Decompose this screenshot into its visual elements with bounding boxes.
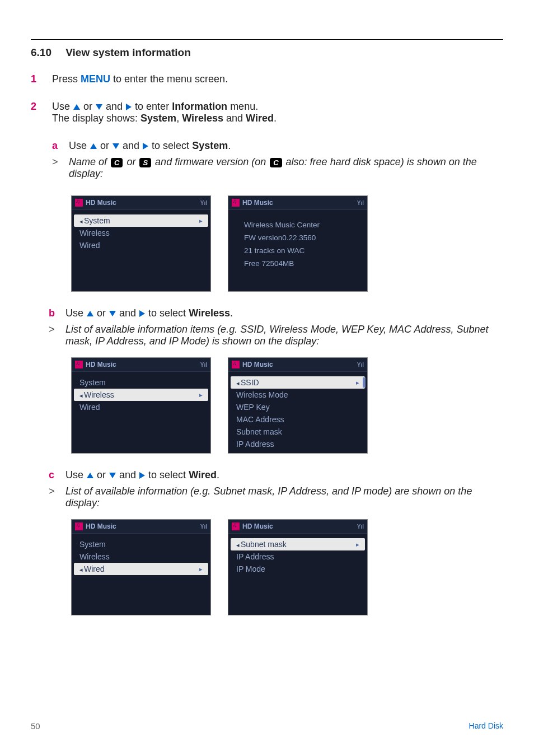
t: Name of	[69, 156, 110, 167]
menu-item-subnet-mask[interactable]: ◂Subnet mask▸	[231, 538, 365, 550]
hd-music-label: HD Music	[86, 199, 116, 207]
t: and	[103, 101, 125, 112]
wireless-keyword: Wireless	[182, 113, 223, 124]
menu-item-ip-mode[interactable]: IP Mode	[228, 563, 367, 575]
info-line: FW version0.22.3560	[244, 232, 357, 245]
t: The display shows:	[52, 113, 140, 124]
menu-item-label: MAC Address	[236, 415, 284, 424]
screen-body: Wireless Music Center FW version0.22.356…	[228, 210, 367, 291]
menu-item-ssid[interactable]: ◂SSID▸	[231, 376, 365, 389]
screen-a-right: HD Music Yıl Wireless Music Center FW ve…	[228, 195, 368, 292]
step-2-line1: Use or and to enter Information menu.	[52, 101, 503, 113]
sub-b-result-body: List of available information items (e.g…	[65, 324, 503, 347]
sub-a-letter: a	[52, 140, 69, 152]
t: .	[228, 140, 231, 151]
t: to select	[146, 469, 189, 480]
menu-item-system[interactable]: System	[72, 538, 210, 550]
system-info-text: Wireless Music Center FW version0.22.356…	[228, 214, 367, 275]
hd-music-label: HD Music	[242, 199, 273, 207]
s-badge-icon: S	[139, 158, 151, 167]
music-note-icon	[75, 361, 83, 368]
menu-item-label: System	[84, 216, 110, 225]
substep-a: a Use or and to select System.	[52, 140, 503, 152]
t: menu.	[227, 101, 258, 112]
screen-header: HD Music Yıl	[228, 358, 367, 372]
c-badge-icon: C	[111, 158, 123, 167]
step-1-number: 1	[31, 73, 52, 85]
signal-icon: Yıl	[357, 200, 364, 206]
system-target: System	[192, 140, 228, 151]
signal-icon: Yıl	[200, 362, 207, 368]
down-arrow-icon	[109, 311, 116, 316]
t: and	[120, 140, 142, 151]
menu-item-ip-address[interactable]: IP Address	[228, 438, 367, 450]
menu-item-system[interactable]: System	[72, 376, 210, 389]
section-title-text: View system information	[65, 46, 191, 58]
t: .	[274, 113, 277, 124]
top-rule	[31, 39, 503, 40]
screen-b-right: HD Music Yıl ◂SSID▸ Wireless Mode WEP Ke…	[228, 357, 368, 454]
step-2: 2 Use or and to enter Information menu. …	[31, 101, 503, 180]
screen-body: System Wireless ◂Wired▸	[72, 534, 210, 615]
step-1: 1 Press MENU to enter the menu screen.	[31, 73, 503, 85]
t: and	[116, 307, 139, 319]
page-number: 50	[31, 721, 40, 731]
wireless-target: Wireless	[189, 307, 230, 319]
info-line: Free 72504MB	[244, 258, 357, 270]
screen-body: ◂Subnet mask▸ IP Address IP Mode	[228, 534, 367, 615]
menu-item-wep-key[interactable]: WEP Key	[228, 401, 367, 413]
menu-item-label: Wired	[79, 241, 100, 250]
t: or	[97, 140, 112, 151]
hd-music-label: HD Music	[86, 522, 116, 530]
substep-c: c Use or and to select Wired.	[49, 469, 503, 481]
t: to select	[146, 307, 189, 319]
music-note-icon	[75, 199, 83, 207]
right-arrow-icon	[139, 310, 145, 317]
menu-item-wireless[interactable]: ◂Wireless▸	[74, 389, 208, 401]
up-arrow-icon	[73, 104, 80, 110]
up-arrow-icon	[87, 311, 93, 316]
signal-icon: Yıl	[357, 362, 364, 368]
sub-a-body: Use or and to select System.	[69, 140, 503, 152]
menu-item-wireless[interactable]: Wireless	[72, 227, 210, 239]
substep-b: b Use or and to select Wireless.	[49, 307, 503, 319]
screen-b-left: HD Music Yıl System ◂Wireless▸ Wired	[71, 357, 211, 454]
menu-item-wireless-mode[interactable]: Wireless Mode	[228, 389, 367, 401]
right-arrow-icon	[139, 472, 145, 479]
substep-a-result: > Name of C or S and firmware version (o…	[52, 156, 503, 180]
step-2-body: Use or and to enter Information menu. Th…	[52, 101, 503, 180]
music-note-icon	[75, 522, 83, 530]
sub-c-body: Use or and to select Wired.	[65, 469, 503, 481]
sub-b-letter: b	[49, 307, 65, 319]
menu-item-label: WEP Key	[236, 403, 270, 412]
screen-header: HD Music Yıl	[228, 520, 367, 534]
menu-item-wired[interactable]: Wired	[72, 401, 210, 413]
step-2-line2: The display shows: System, Wireless and …	[52, 113, 503, 124]
screen-header: HD Music Yıl	[72, 196, 210, 210]
menu-item-mac-address[interactable]: MAC Address	[228, 413, 367, 426]
up-arrow-icon	[90, 143, 97, 149]
menu-item-wired[interactable]: Wired	[72, 239, 210, 251]
screenshot-group-a: HD Music Yıl ◂System▸ Wireless Wired HD …	[71, 195, 503, 292]
step-1-body: Press MENU to enter the menu screen.	[52, 73, 503, 85]
sub-c-result-body: List of available information (e.g. Subn…	[65, 486, 503, 509]
substep-b-result: > List of available information items (e…	[49, 324, 503, 347]
down-arrow-icon	[113, 143, 119, 149]
menu-item-wireless[interactable]: Wireless	[72, 550, 210, 563]
t: or	[124, 156, 138, 167]
screen-header: HD Music Yıl	[72, 358, 210, 372]
hd-music-label: HD Music	[242, 361, 273, 368]
step-2-number: 2	[31, 101, 52, 180]
t: Use	[65, 307, 86, 319]
menu-item-ip-address[interactable]: IP Address	[228, 550, 367, 563]
menu-item-label: IP Address	[236, 552, 274, 561]
t: .	[217, 469, 219, 480]
t: and	[223, 113, 246, 124]
info-line: 21 tracks on WAC	[244, 245, 357, 258]
scrollbar-indicator[interactable]	[363, 377, 366, 388]
result-marker: >	[49, 324, 65, 347]
music-note-icon	[232, 199, 240, 207]
menu-item-wired[interactable]: ◂Wired▸	[74, 563, 208, 575]
menu-item-system[interactable]: ◂System▸	[74, 214, 208, 227]
menu-item-subnet-mask[interactable]: Subnet mask	[228, 426, 367, 438]
